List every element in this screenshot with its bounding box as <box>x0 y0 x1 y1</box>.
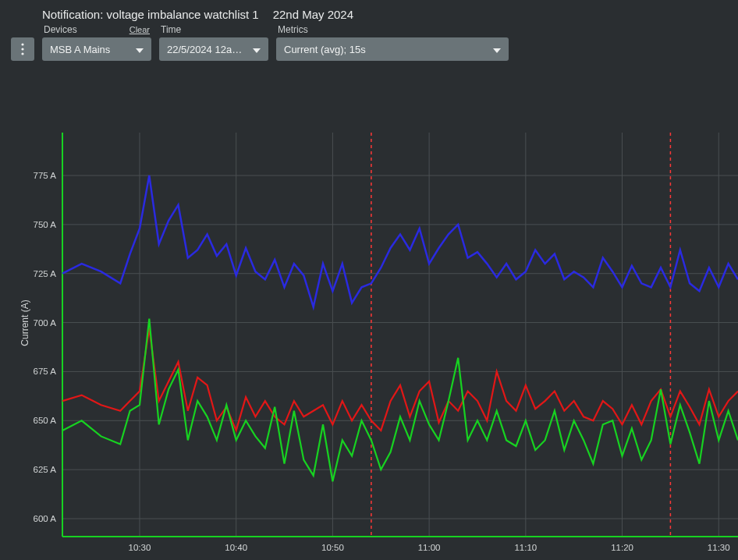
svg-text:10:30: 10:30 <box>129 543 151 552</box>
metrics-label: Metrics <box>278 24 308 35</box>
chevron-down-icon <box>253 44 261 55</box>
svg-text:750 A: 750 A <box>34 220 57 229</box>
chevron-down-icon <box>493 44 501 55</box>
title-row: Notification: voltage imbalance watchlis… <box>42 8 727 21</box>
svg-text:11:30: 11:30 <box>708 543 730 552</box>
svg-point-0 <box>21 43 23 45</box>
devices-field: Devices Clear MSB A Mains <box>42 24 151 61</box>
svg-text:625 A: 625 A <box>34 465 57 474</box>
page-title: Notification: voltage imbalance watchlis… <box>42 8 259 21</box>
svg-text:11:10: 11:10 <box>514 543 537 552</box>
devices-label: Devices <box>44 24 77 35</box>
devices-select[interactable]: MSB A Mains <box>42 37 151 61</box>
devices-clear-link[interactable]: Clear <box>130 25 150 34</box>
metrics-select[interactable]: Current (avg); 15s <box>276 37 509 61</box>
svg-text:10:50: 10:50 <box>321 543 344 552</box>
metrics-value: Current (avg); 15s <box>284 44 366 55</box>
time-field: Time 22/5/2024 12a… <box>159 24 268 61</box>
chart-container: Current (A) 600 A625 A650 A675 A700 A725… <box>0 86 738 560</box>
svg-text:11:20: 11:20 <box>611 543 633 552</box>
svg-point-1 <box>21 48 23 50</box>
time-value: 22/5/2024 12a… <box>167 44 242 55</box>
chevron-down-icon <box>136 44 144 55</box>
svg-text:650 A: 650 A <box>34 416 57 425</box>
svg-text:725 A: 725 A <box>34 269 57 278</box>
svg-point-2 <box>21 52 23 55</box>
svg-text:600 A: 600 A <box>34 514 57 523</box>
svg-text:10:40: 10:40 <box>225 543 247 552</box>
header-bar: Notification: voltage imbalance watchlis… <box>0 0 738 64</box>
kebab-menu-button[interactable] <box>11 37 34 61</box>
svg-text:675 A: 675 A <box>34 367 57 376</box>
time-select[interactable]: 22/5/2024 12a… <box>159 37 268 61</box>
time-label: Time <box>161 24 181 35</box>
svg-text:700 A: 700 A <box>34 318 57 328</box>
svg-text:775 A: 775 A <box>34 171 57 180</box>
controls-row: Devices Clear MSB A Mains Time 22/5/2024… <box>11 24 727 61</box>
metrics-field: Metrics Current (avg); 15s <box>276 24 509 61</box>
line-chart[interactable]: 600 A625 A650 A675 A700 A725 A750 A775 A… <box>0 86 738 560</box>
devices-value: MSB A Mains <box>50 44 110 55</box>
page-date: 22nd May 2024 <box>273 8 353 21</box>
y-axis-label: Current (A) <box>20 299 30 346</box>
kebab-icon <box>21 43 24 55</box>
svg-text:11:00: 11:00 <box>418 543 441 552</box>
